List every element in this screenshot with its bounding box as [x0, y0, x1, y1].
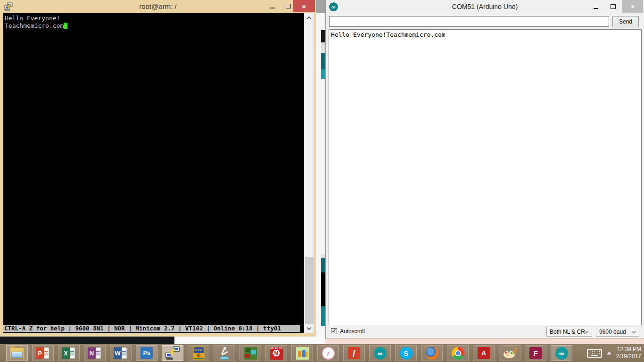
taskbar-item-mplab[interactable]: MPLAB IDE M: [265, 345, 287, 361]
taskbar-item-powerpoint[interactable]: P: [32, 345, 54, 361]
taskbar-item-skype[interactable]: S: [395, 345, 417, 361]
taskbar-item-paint[interactable]: [499, 345, 520, 361]
baud-rate-value: 9600 baud: [599, 329, 626, 335]
photoshop-icon: Ps: [140, 347, 153, 359]
flipboard-icon: F: [529, 347, 542, 359]
taskbar-item-firefox[interactable]: [421, 345, 443, 361]
paint-icon: [503, 347, 517, 359]
chevron-down-icon: [585, 329, 588, 333]
terminal-window: root@arm: / × Hello Everyone!Teachmemicr…: [0, 0, 316, 337]
taskbar-item-civilization[interactable]: CIV III: [188, 345, 209, 361]
desktop-strip: [325, 337, 644, 344]
taskbar-item-arduino-serial-monitor[interactable]: ∞: [551, 345, 572, 361]
terminal-minimize-button[interactable]: [264, 0, 280, 12]
taskbar-item-game-stick-figure[interactable]: [214, 345, 235, 361]
file-explorer-icon: [10, 347, 24, 359]
mplab-ide-icon: MPLAB IDE M: [270, 347, 283, 360]
terminal-close-button[interactable]: ×: [293, 0, 315, 12]
serial-monitor-titlebar[interactable]: ∞ COM51 (Arduino Uno) ×: [326, 0, 644, 14]
terminal-cursor: [64, 23, 67, 29]
scroll-down-icon[interactable]: [307, 326, 312, 330]
system-tray: 12:39 PM 2/19/2017: [587, 344, 641, 362]
terminal-screen[interactable]: Hello Everyone!Teachmemicro.com CTRL-A Z…: [3, 13, 304, 333]
powerpoint-icon: P: [36, 347, 50, 359]
serial-send-input[interactable]: [329, 16, 609, 27]
minicom-status-bar: CTRL-A Z for help | 9600 8N1 | NOR | Min…: [3, 325, 300, 332]
scroll-up-icon[interactable]: [307, 16, 312, 21]
tray-clock[interactable]: 12:39 PM 2/19/2017: [616, 346, 641, 360]
chevron-down-icon: [632, 329, 636, 333]
acrobat-reader-icon: A: [478, 347, 490, 359]
skype-icon: S: [400, 347, 413, 360]
serial-maximize-button[interactable]: [605, 0, 621, 13]
touch-keyboard-icon[interactable]: [587, 349, 602, 358]
terminal-line-1: Hello Everyone!: [5, 15, 60, 22]
serial-output-area[interactable]: Hello Everyone!Teachmemicro.com: [329, 29, 642, 325]
background-window-light: [174, 336, 325, 344]
taskbar-item-itunes[interactable]: ♪: [317, 345, 339, 361]
tray-date: 2/19/2017: [616, 353, 641, 360]
taskbar-item-excel[interactable]: X: [58, 345, 80, 361]
terminal-titlebar[interactable]: root@arm: / ×: [0, 0, 316, 13]
maximize-icon: [286, 4, 291, 8]
terminal-scrollbar-thumb[interactable]: [305, 257, 314, 324]
maximize-icon: [611, 4, 616, 9]
civilization-icon: CIV III: [193, 346, 205, 360]
arduino-icon: ∞: [555, 347, 568, 360]
terminal-scrollbar[interactable]: [304, 13, 314, 333]
taskbar-item-arduino-ide[interactable]: ∞: [369, 345, 391, 361]
word-icon: W: [114, 347, 128, 359]
putty-icon: [165, 346, 180, 360]
taskbar: P X N W Ps: [0, 344, 644, 362]
pixel-cars-game-icon: [244, 347, 257, 360]
terminal-line-2: Teachmemicro.com: [5, 22, 64, 29]
autoscroll-label: Autoscroll: [340, 328, 365, 335]
minimize-icon: [270, 8, 275, 8]
excel-icon: X: [62, 347, 76, 359]
taskbar-item-file-explorer[interactable]: [6, 345, 28, 361]
taskbar-item-photoshop[interactable]: Ps: [136, 345, 157, 361]
line-ending-value: Both NL & CR: [550, 329, 585, 335]
serial-monitor-window: ∞ COM51 (Arduino Uno) × Send Hello Every…: [325, 0, 644, 338]
taskbar-item-onenote[interactable]: N: [84, 345, 106, 361]
stick-figure-game-icon: [218, 346, 231, 360]
taskbar-item-game-pixel-people[interactable]: [291, 345, 313, 361]
onenote-icon: N: [88, 347, 102, 359]
taskbar-item-chrome[interactable]: [447, 345, 469, 361]
serial-close-button[interactable]: ×: [622, 0, 643, 13]
show-hidden-icons-chevron[interactable]: [607, 352, 611, 354]
itunes-icon: ♪: [322, 347, 335, 360]
pixel-people-game-icon: [296, 347, 309, 360]
taskbar-item-putty[interactable]: [162, 345, 183, 361]
flash-icon: f: [348, 347, 360, 359]
tray-time: 12:39 PM: [616, 346, 641, 353]
arduino-icon: ∞: [374, 347, 387, 360]
serial-minimize-button[interactable]: [588, 0, 604, 13]
line-ending-dropdown[interactable]: Both NL & CR: [546, 327, 592, 337]
baud-rate-dropdown[interactable]: 9600 baud: [596, 327, 639, 337]
taskbar-item-word[interactable]: W: [110, 345, 132, 361]
minimize-icon: [594, 8, 598, 9]
autoscroll-checkbox[interactable]: ✓: [331, 328, 337, 334]
taskbar-item-acrobat[interactable]: A: [473, 345, 495, 361]
chrome-icon: [452, 347, 464, 360]
serial-bottom-bar: ✓ Autoscroll Both NL & CR 9600 baud: [326, 325, 644, 338]
firefox-icon: [426, 347, 438, 360]
background-window-dark: [0, 336, 174, 344]
taskbar-item-flipboard[interactable]: F: [525, 345, 546, 361]
background-window-sliver: [316, 0, 325, 337]
taskbar-item-game-pixel-cars[interactable]: [239, 345, 261, 361]
terminal-output: Hello Everyone!Teachmemicro.com: [3, 13, 304, 30]
taskbar-item-flash[interactable]: f: [343, 345, 365, 361]
send-button[interactable]: Send: [612, 16, 639, 27]
